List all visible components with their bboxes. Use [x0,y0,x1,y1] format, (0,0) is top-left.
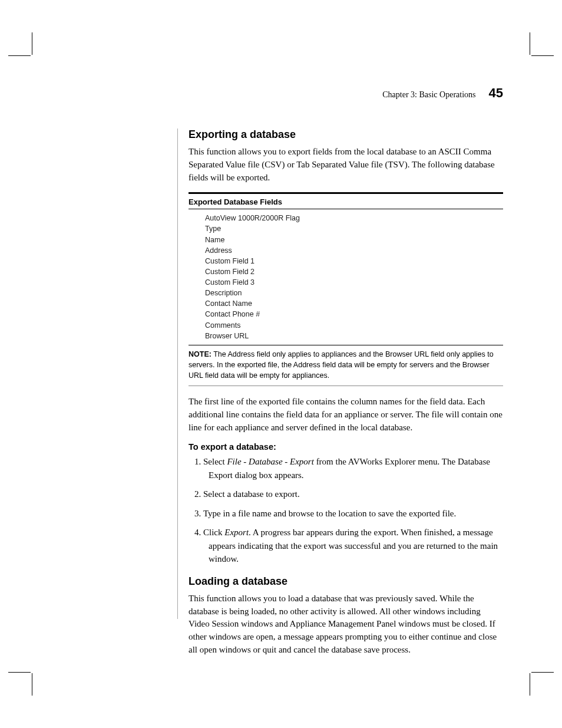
list-item: Browser URL [205,331,503,341]
exported-fields-list: AutoView 1000R/2000R Flag Type Name Addr… [189,209,503,345]
heading-exporting-database: Exporting a database [189,129,503,141]
list-item: Description [205,288,503,298]
crop-mark [531,672,554,673]
list-item: Address [205,245,503,256]
crop-mark [8,55,31,56]
note-block: NOTE: The Address field only applies to … [189,345,503,386]
paragraph: This function allows you to export field… [189,146,503,184]
crop-mark [530,673,530,696]
page: Chapter 3: Basic Operations 45 Exporting… [0,0,562,728]
step-1: Select File - Database - Export from the… [203,455,503,482]
step-3: Type in a file name and browse to the lo… [203,507,503,521]
heading-loading-database: Loading a database [189,575,503,588]
crop-mark [530,32,530,55]
list-item: Name [205,235,503,245]
left-margin-rule [177,129,178,619]
list-item: Custom Field 1 [205,256,503,266]
note-text: The Address field only applies to applia… [189,350,494,380]
table-title: Exported Database Fields [189,194,503,209]
note-label: NOTE: [189,350,211,358]
crop-mark [32,673,32,696]
procedure-heading: To export a database: [189,442,503,452]
step-text: Select a database to export. [203,489,300,499]
procedure-steps: Select File - Database - Export from the… [189,455,503,566]
paragraph: The first line of the exported file cont… [189,396,503,434]
crop-mark [32,32,32,55]
list-item: AutoView 1000R/2000R Flag [205,213,503,223]
step-2: Select a database to export. [203,487,503,501]
list-item: Contact Phone # [205,309,503,319]
chapter-label: Chapter 3: Basic Operations [382,90,475,99]
content-column: Exporting a database This function allow… [189,129,503,657]
step-text: Type in a file name and browse to the lo… [203,509,456,518]
step-text: . A progress bar appears during the expo… [209,528,498,564]
crop-mark [8,672,31,673]
list-item: Contact Name [205,298,503,309]
running-header: Chapter 3: Basic Operations 45 [150,85,503,101]
step-text-emphasis: File - Database - Export [227,457,313,466]
list-item: Custom Field 2 [205,266,503,277]
crop-mark [531,55,554,56]
list-item: Custom Field 3 [205,277,503,288]
list-item: Type [205,223,503,234]
step-4: Click Export. A progress bar appears dur… [203,526,503,566]
step-text: Click [203,528,224,537]
list-item: Comments [205,320,503,331]
step-text: Select [203,457,227,466]
paragraph: This function allows you to load a datab… [189,592,503,657]
page-number: 45 [489,85,503,100]
step-text-emphasis: Export [224,528,249,537]
